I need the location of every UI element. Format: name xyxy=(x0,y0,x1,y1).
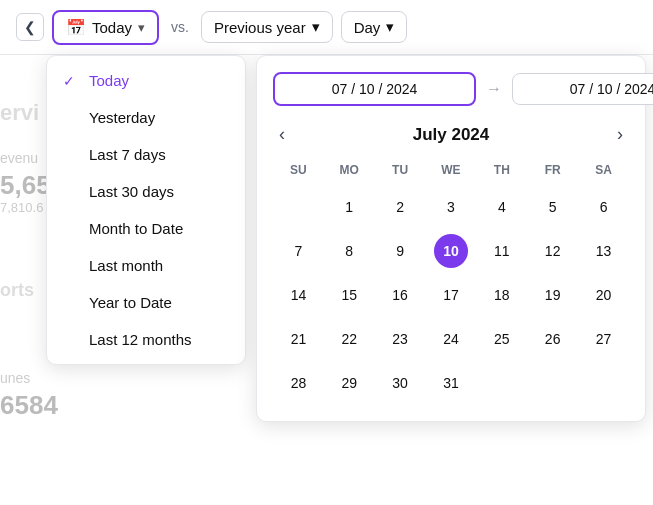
day-chevron-icon: ▾ xyxy=(386,18,394,36)
weekday-su: SU xyxy=(273,159,324,185)
cal-next-button[interactable]: › xyxy=(611,122,629,147)
table-row[interactable]: 2 xyxy=(375,185,426,229)
table-row xyxy=(578,361,629,405)
today-chevron-icon: ▾ xyxy=(138,20,145,35)
bg-label-1: ervi xyxy=(0,100,39,126)
table-row[interactable]: 20 xyxy=(578,273,629,317)
table-row[interactable]: 24 xyxy=(426,317,477,361)
dropdown-label-month_to_date: Month to Date xyxy=(89,220,183,237)
dropdown-label-year_to_date: Year to Date xyxy=(89,294,172,311)
table-row[interactable]: 26 xyxy=(527,317,578,361)
dropdown-item-year_to_date[interactable]: Year to Date xyxy=(47,284,245,321)
table-row[interactable]: 8 xyxy=(324,229,375,273)
table-row[interactable]: 29 xyxy=(324,361,375,405)
table-row[interactable]: 19 xyxy=(527,273,578,317)
table-row xyxy=(527,361,578,405)
table-row[interactable]: 3 xyxy=(426,185,477,229)
table-row[interactable]: 9 xyxy=(375,229,426,273)
table-row[interactable]: 30 xyxy=(375,361,426,405)
dropdown-label-today: Today xyxy=(89,72,129,89)
table-row[interactable]: 7 xyxy=(273,229,324,273)
bg-label-4: 7,810.6 xyxy=(0,200,43,215)
table-row[interactable]: 10 xyxy=(426,229,477,273)
bg-label-6: unes xyxy=(0,370,30,386)
today-dropdown-button[interactable]: 📅 Today ▾ xyxy=(52,10,159,45)
today-label: Today xyxy=(92,19,132,36)
dropdown-label-last_month: Last month xyxy=(89,257,163,274)
table-row[interactable]: 22 xyxy=(324,317,375,361)
bg-label-3: 5,65 xyxy=(0,170,51,201)
table-row[interactable]: 16 xyxy=(375,273,426,317)
today-dropdown-menu: ✓TodayYesterdayLast 7 daysLast 30 daysMo… xyxy=(46,55,246,365)
table-row[interactable]: 18 xyxy=(476,273,527,317)
table-row[interactable]: 4 xyxy=(476,185,527,229)
table-row[interactable]: 15 xyxy=(324,273,375,317)
top-bar: ❮ 📅 Today ▾ vs. Previous year ▾ Day ▾ xyxy=(0,0,653,55)
start-date-input[interactable] xyxy=(273,72,476,106)
table-row xyxy=(476,361,527,405)
bg-label-5: orts xyxy=(0,280,34,301)
table-row[interactable]: 14 xyxy=(273,273,324,317)
check-icon-today: ✓ xyxy=(63,73,79,89)
weekday-we: WE xyxy=(426,159,477,185)
table-row[interactable]: 28 xyxy=(273,361,324,405)
dropdown-label-yesterday: Yesterday xyxy=(89,109,155,126)
table-row[interactable]: 12 xyxy=(527,229,578,273)
table-row[interactable]: 17 xyxy=(426,273,477,317)
prev-year-chevron-icon: ▾ xyxy=(312,18,320,36)
table-row[interactable]: 23 xyxy=(375,317,426,361)
calendar-panel: → ‹ July 2024 › SUMOTUWETHFRSA1234567891… xyxy=(256,55,646,422)
prev-year-dropdown-button[interactable]: Previous year ▾ xyxy=(201,11,333,43)
calendar-grid: SUMOTUWETHFRSA12345678910111213141516171… xyxy=(273,159,629,405)
bg-label-2: evenu xyxy=(0,150,38,166)
dropdown-item-yesterday[interactable]: Yesterday xyxy=(47,99,245,136)
day-label: Day xyxy=(354,19,381,36)
bg-label-7: 6584 xyxy=(0,390,58,421)
table-row[interactable]: 11 xyxy=(476,229,527,273)
day-dropdown-button[interactable]: Day ▾ xyxy=(341,11,408,43)
cal-month-year: July 2024 xyxy=(413,125,490,145)
cal-prev-button[interactable]: ‹ xyxy=(273,122,291,147)
table-row xyxy=(273,185,324,229)
weekday-mo: MO xyxy=(324,159,375,185)
table-row[interactable]: 31 xyxy=(426,361,477,405)
dropdown-label-last7: Last 7 days xyxy=(89,146,166,163)
calendar-icon: 📅 xyxy=(66,18,86,37)
table-row[interactable]: 6 xyxy=(578,185,629,229)
weekday-th: TH xyxy=(476,159,527,185)
date-range-row: → xyxy=(273,72,629,106)
table-row[interactable]: 13 xyxy=(578,229,629,273)
dropdown-label-last12: Last 12 months xyxy=(89,331,192,348)
dropdown-item-today[interactable]: ✓Today xyxy=(47,62,245,99)
dropdown-label-last30: Last 30 days xyxy=(89,183,174,200)
vs-label: vs. xyxy=(167,19,193,35)
nav-back-button[interactable]: ❮ xyxy=(16,13,44,41)
dropdown-item-last30[interactable]: Last 30 days xyxy=(47,173,245,210)
end-date-input[interactable] xyxy=(512,73,653,105)
weekday-fr: FR xyxy=(527,159,578,185)
weekday-tu: TU xyxy=(375,159,426,185)
date-range-arrow-icon: → xyxy=(486,80,502,98)
table-row[interactable]: 27 xyxy=(578,317,629,361)
calendar-header: ‹ July 2024 › xyxy=(273,122,629,147)
dropdown-item-last7[interactable]: Last 7 days xyxy=(47,136,245,173)
prev-year-label: Previous year xyxy=(214,19,306,36)
table-row[interactable]: 25 xyxy=(476,317,527,361)
table-row[interactable]: 21 xyxy=(273,317,324,361)
table-row[interactable]: 5 xyxy=(527,185,578,229)
weekday-sa: SA xyxy=(578,159,629,185)
dropdown-item-month_to_date[interactable]: Month to Date xyxy=(47,210,245,247)
dropdown-item-last_month[interactable]: Last month xyxy=(47,247,245,284)
table-row[interactable]: 1 xyxy=(324,185,375,229)
dropdown-item-last12[interactable]: Last 12 months xyxy=(47,321,245,358)
